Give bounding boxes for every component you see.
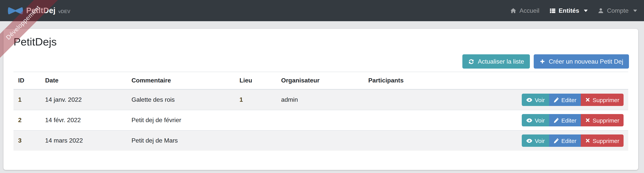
app-root: PetitDej vDEV Accueil (0, 0, 644, 173)
x-icon (585, 138, 590, 143)
table-body: 114 janv. 2022Galette des rois1adminVoir… (14, 89, 628, 151)
nav-item-label: Entités (558, 7, 579, 14)
column-header-lieu: Lieu (235, 72, 276, 89)
create-petitdej-button[interactable]: Créer un nouveau Petit Dej (534, 54, 629, 69)
eye-icon (526, 97, 532, 103)
cell-organisateur: admin (276, 89, 364, 110)
delete-button[interactable]: Supprimer (581, 114, 624, 126)
view-button[interactable]: Voir (522, 135, 549, 147)
refresh-list-button[interactable]: Actualiser la liste (462, 54, 530, 69)
refresh-icon (468, 58, 474, 65)
navbar: PetitDej vDEV Accueil (0, 0, 644, 21)
edit-button[interactable]: Editer (549, 94, 580, 106)
eye-icon (526, 137, 532, 144)
view-button-label: Voir (535, 137, 545, 144)
table-header-row: ID Date Commentaire Lieu Organisateur Pa… (14, 72, 628, 89)
cell-lieu (235, 130, 276, 151)
chevron-down-icon (633, 9, 637, 12)
row-action-group: VoirEditerSupprimer (522, 114, 624, 126)
cell-lieu: 1 (235, 89, 276, 110)
column-header-id: ID (14, 72, 40, 89)
table-row: 214 févr. 2022Petit dej de févrierVoirEd… (14, 110, 628, 130)
cell-participants (364, 110, 456, 130)
cell-id: 1 (14, 89, 40, 110)
edit-button-label: Editer (561, 137, 576, 144)
cell-actions: VoirEditerSupprimer (456, 89, 628, 110)
row-action-group: VoirEditerSupprimer (522, 94, 624, 106)
row-action-group: VoirEditerSupprimer (522, 135, 624, 147)
delete-button-label: Supprimer (593, 97, 619, 103)
column-header-commentaire: Commentaire (127, 72, 235, 89)
cell-lieu (235, 110, 276, 130)
cell-commentaire: Galette des rois (127, 89, 235, 110)
cell-date: 14 janv. 2022 (40, 89, 127, 110)
cell-organisateur (276, 110, 364, 130)
nav-item-compte[interactable]: Compte (598, 7, 637, 14)
view-button[interactable]: Voir (522, 114, 549, 126)
nav-item-label: Accueil (520, 7, 539, 14)
cell-date: 14 févr. 2022 (40, 110, 127, 130)
column-header-organisateur: Organisateur (276, 72, 364, 89)
x-icon (585, 97, 590, 103)
delete-button[interactable]: Supprimer (581, 94, 624, 106)
eye-icon (526, 117, 532, 124)
cell-participants (364, 130, 456, 151)
edit-button[interactable]: Editer (549, 135, 580, 147)
table-row: 114 janv. 2022Galette des rois1adminVoir… (14, 89, 628, 110)
table-row: 314 mars 2022Petit dej de MarsVoirEditer… (14, 130, 628, 151)
brand-name: PetitDej (26, 6, 56, 15)
cell-date: 14 mars 2022 (40, 130, 127, 151)
user-icon (598, 7, 604, 14)
brand-version: vDEV (58, 9, 70, 14)
content-card: PetitDejs Actualiser la liste Créer un (4, 29, 638, 170)
cell-actions: VoirEditerSupprimer (456, 130, 628, 151)
view-button-label: Voir (535, 117, 545, 124)
delete-button[interactable]: Supprimer (581, 135, 624, 147)
toolbar: Actualiser la liste Créer un nouveau Pet… (462, 54, 629, 69)
nav-item-label: Compte (607, 7, 628, 14)
view-button[interactable]: Voir (522, 94, 549, 106)
delete-button-label: Supprimer (593, 117, 619, 124)
list-icon (549, 7, 556, 14)
edit-button[interactable]: Editer (549, 114, 580, 126)
refresh-button-label: Actualiser la liste (478, 58, 524, 65)
column-header-actions (456, 72, 628, 89)
home-icon (510, 7, 516, 14)
edit-button-label: Editer (561, 117, 576, 124)
petitdejs-table: ID Date Commentaire Lieu Organisateur Pa… (14, 72, 628, 151)
cell-id: 3 (14, 130, 40, 151)
cell-id: 2 (14, 110, 40, 130)
bowtie-logo-icon (7, 7, 24, 14)
plus-icon (540, 59, 545, 64)
create-button-label: Créer un nouveau Petit Dej (549, 58, 623, 65)
delete-button-label: Supprimer (593, 137, 619, 144)
nav-item-entites[interactable]: Entités (549, 7, 588, 14)
cell-actions: VoirEditerSupprimer (456, 110, 628, 130)
page-title: PetitDejs (14, 36, 57, 48)
cell-participants (364, 89, 456, 110)
column-header-date: Date (40, 72, 127, 89)
pencil-icon (553, 97, 559, 103)
view-button-label: Voir (535, 97, 545, 103)
edit-button-label: Editer (561, 97, 576, 103)
pencil-icon (553, 138, 559, 144)
cell-organisateur (276, 130, 364, 151)
cell-commentaire: Petit dej de Mars (127, 130, 235, 151)
column-header-participants: Participants (364, 72, 456, 89)
cell-commentaire: Petit dej de février (127, 110, 235, 130)
navbar-brand[interactable]: PetitDej vDEV (7, 6, 70, 15)
x-icon (585, 118, 590, 123)
navbar-menu: Accueil Entités (500, 7, 637, 14)
chevron-down-icon (584, 9, 588, 12)
nav-item-accueil[interactable]: Accueil (510, 7, 539, 14)
pencil-icon (553, 117, 559, 123)
